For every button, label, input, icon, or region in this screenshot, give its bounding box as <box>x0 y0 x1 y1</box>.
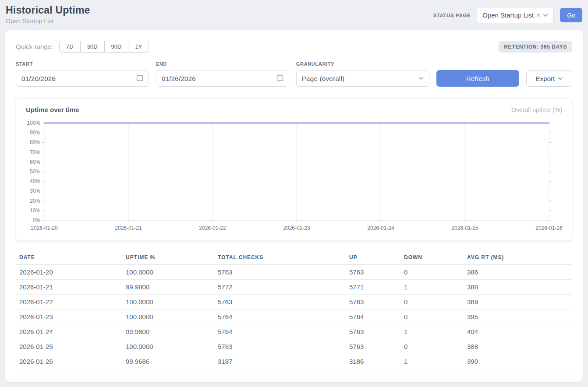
y-axis-label: 100% <box>27 120 40 126</box>
column-header-date: DATE <box>16 250 122 265</box>
table-cell: 390 <box>464 354 572 369</box>
table-cell: 3186 <box>346 354 400 369</box>
table-cell: 5763 <box>214 295 346 310</box>
end-date-input[interactable]: 01/26/2026 <box>156 70 289 87</box>
table-cell: 99.9800 <box>122 280 214 295</box>
status-page-label: STATUS PAGE <box>433 13 471 18</box>
y-axis-label: 80% <box>30 139 40 145</box>
table-row: 2026-01-22100.0000576357630389 <box>16 295 572 310</box>
quick-range-30d-button[interactable]: 30D <box>80 41 105 53</box>
export-button[interactable]: Export <box>526 70 572 87</box>
quick-range-7d-button[interactable]: 7D <box>59 41 81 53</box>
table-cell: 2026-01-24 <box>16 324 122 339</box>
uptime-line-chart: 0%10%20%30%40%50%60%70%80%90%100%2026-01… <box>25 118 565 236</box>
table-cell: 100.0000 <box>122 295 214 310</box>
granularity-field: GRANULARITY Page (overall) <box>296 61 429 87</box>
table-header: DATEUPTIME %TOTAL CHECKSUPDOWNAVG RT (MS… <box>16 250 572 265</box>
quick-range-group: 7D 30D 90D 1Y <box>59 41 149 53</box>
table-cell: 5763 <box>346 295 400 310</box>
granularity-select[interactable]: Page (overall) <box>296 70 429 87</box>
table-cell: 5764 <box>346 310 400 324</box>
column-header-avg-rt-ms-: AVG RT (MS) <box>464 250 572 265</box>
chevron-down-icon <box>543 14 548 17</box>
table-cell: 389 <box>464 295 572 310</box>
status-page-selected-value: Open Startup List <box>482 11 534 19</box>
x-axis-label: 2026-01-23 <box>283 225 310 231</box>
table-cell: 1 <box>400 324 464 339</box>
filters-row: START 01/20/2026 END 01/26/2026 GRANULAR… <box>16 61 572 87</box>
calendar-icon[interactable] <box>276 74 283 83</box>
y-axis-label: 60% <box>30 159 40 165</box>
table-row: 2026-01-23100.0000576457640395 <box>16 310 572 324</box>
table-cell: 0 <box>400 310 464 324</box>
page-subtitle: Open Startup List <box>6 18 90 25</box>
column-header-down: DOWN <box>400 250 464 265</box>
table-cell: 5763 <box>214 339 346 354</box>
table-cell: 388 <box>464 339 572 354</box>
table-cell: 388 <box>464 280 572 295</box>
granularity-label: GRANULARITY <box>296 61 429 67</box>
start-label: START <box>16 61 149 67</box>
table-cell: 395 <box>464 310 572 324</box>
quick-range-1y-button[interactable]: 1Y <box>128 41 149 53</box>
table-cell: 2026-01-26 <box>16 354 122 369</box>
y-axis-label: 20% <box>30 198 40 204</box>
y-axis-label: 70% <box>30 149 40 155</box>
y-axis-label: 40% <box>30 178 40 184</box>
table-cell: 1 <box>400 280 464 295</box>
table-row: 2026-01-20100.0000576357630386 <box>16 265 572 280</box>
table-row: 2026-01-2199.9800577257711388 <box>16 280 572 295</box>
y-axis-label: 90% <box>30 130 40 136</box>
table-cell: 5764 <box>214 310 346 324</box>
page-title: Historical Uptime <box>6 4 90 16</box>
table-cell: 5763 <box>346 265 400 280</box>
table-cell: 100.0000 <box>122 339 214 354</box>
x-axis-label: 2026-01-25 <box>451 225 478 231</box>
go-button[interactable]: Go <box>560 8 582 22</box>
table-cell: 99.9800 <box>122 324 214 339</box>
table-cell: 404 <box>464 324 572 339</box>
status-page-select[interactable]: Open Startup List × <box>477 7 554 23</box>
quick-range-label: Quick range: <box>16 43 53 50</box>
column-header-total-checks: TOTAL CHECKS <box>214 250 346 265</box>
table-cell: 5763 <box>346 324 400 339</box>
table-cell: 5764 <box>214 324 346 339</box>
table-cell: 0 <box>400 295 464 310</box>
header-actions: STATUS PAGE Open Startup List × Go <box>433 7 582 23</box>
chart-title: Uptime over time <box>26 106 79 113</box>
table-row: 2026-01-2499.9800576457631404 <box>16 324 572 339</box>
y-axis-label: 0% <box>33 217 41 223</box>
chart-legend: Overall uptime (%) <box>511 106 562 113</box>
table-row: 2026-01-25100.0000576357630388 <box>16 339 572 354</box>
column-header-up: UP <box>346 250 400 265</box>
export-button-label: Export <box>536 75 555 82</box>
granularity-selected-value: Page (overall) <box>302 75 345 82</box>
table-cell: 2026-01-20 <box>16 265 122 280</box>
end-date-value: 01/26/2026 <box>162 75 196 82</box>
start-date-field: START 01/20/2026 <box>16 61 149 87</box>
retention-badge: RETENTION: 365 DAYS <box>499 41 572 53</box>
table-cell: 1 <box>400 354 464 369</box>
x-axis-label: 2026-01-26 <box>535 225 563 231</box>
table-cell: 5771 <box>346 280 400 295</box>
y-axis-label: 50% <box>30 169 40 175</box>
table-cell: 3187 <box>214 354 346 369</box>
table-cell: 0 <box>400 339 464 354</box>
start-date-input[interactable]: 01/20/2026 <box>16 70 149 87</box>
chevron-down-icon <box>418 77 424 80</box>
chevron-down-icon <box>558 77 563 80</box>
start-date-value: 01/20/2026 <box>21 75 56 82</box>
y-axis-label: 30% <box>30 188 40 194</box>
quick-range-90d-button[interactable]: 90D <box>104 41 129 53</box>
calendar-icon[interactable] <box>136 74 143 83</box>
table-cell: 100.0000 <box>122 265 214 280</box>
table-cell: 386 <box>464 265 572 280</box>
table-cell: 5772 <box>214 280 346 295</box>
quick-range-row: Quick range: 7D 30D 90D 1Y RETENTION: 36… <box>16 41 572 53</box>
end-date-field: END 01/26/2026 <box>156 61 289 87</box>
table-cell: 2026-01-25 <box>16 339 122 354</box>
refresh-button[interactable]: Refresh <box>436 70 519 87</box>
table-cell: 99.9686 <box>122 354 214 369</box>
table-cell: 100.0000 <box>122 310 214 324</box>
clear-selection-icon[interactable]: × <box>536 12 540 19</box>
